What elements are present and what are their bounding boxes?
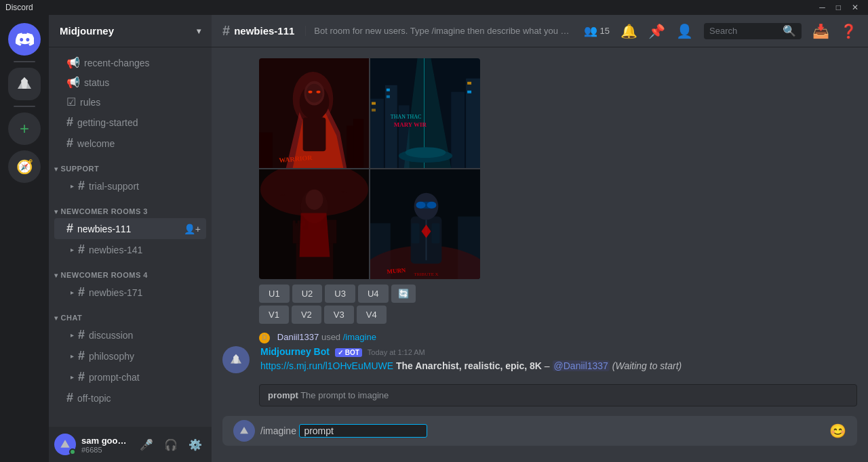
message-link[interactable]: https://s.mj.run/l1OHvEuMUWE [260, 360, 393, 371]
category-label-newcomer-3: NEWCOMER ROOMS 3 [61, 207, 148, 215]
explore-servers-button[interactable]: 🧭 [8, 150, 41, 183]
hash-icon-prompt-chat: # [78, 370, 85, 384]
search-box[interactable]: 🔍 [704, 23, 802, 39]
svg-text:THAN THAC: THAN THAC [391, 114, 422, 120]
server-header[interactable]: Midjourney ▾ [49, 15, 212, 47]
svg-rect-55 [431, 224, 439, 244]
title-bar-left: Discord [5, 3, 33, 12]
channel-name-status: status [84, 77, 109, 88]
svg-rect-25 [387, 96, 390, 98]
channel-item-discussion[interactable]: ▸ # discussion [54, 324, 206, 345]
channel-item-recent-changes[interactable]: 📢 recent-changes [54, 53, 206, 72]
channel-item-trial-support[interactable]: ▸ # trial-support [54, 175, 206, 196]
pin-icon[interactable]: 📌 [648, 23, 665, 39]
user-area: sam good... #6685 🎤 🎧 ⚙️ [49, 427, 212, 462]
message-input-wrapper[interactable]: /imagine 😊 [222, 416, 857, 446]
channel-list: 📢 recent-changes 📢 status ☑ rules # gett… [49, 47, 212, 427]
add-server-button[interactable]: + [8, 112, 41, 145]
collapse-chevron-prompt-chat: ▸ [71, 373, 74, 381]
announcement-icon-2: 📢 [66, 76, 80, 89]
bell-icon[interactable]: 🔔 [620, 23, 637, 39]
search-icon: 🔍 [783, 24, 796, 37]
used-username: Daniil1337 [277, 332, 319, 342]
help-icon[interactable]: ❓ [840, 23, 857, 39]
svg-rect-12 [353, 119, 363, 168]
category-support[interactable]: ▾ SUPPORT [49, 154, 212, 175]
channel-item-welcome[interactable]: # welcome [54, 133, 206, 154]
svg-rect-39 [298, 221, 300, 226]
minimize-button[interactable]: ─ [819, 3, 825, 12]
title-bar-title: Discord [5, 3, 33, 12]
prompt-input[interactable] [299, 424, 427, 438]
status-indicator [69, 448, 76, 455]
v2-button[interactable]: V2 [292, 306, 321, 324]
u2-button[interactable]: U2 [292, 285, 323, 303]
search-input[interactable] [709, 26, 777, 36]
svg-point-29 [406, 147, 446, 158]
svg-rect-10 [259, 132, 273, 168]
channel-item-newbies-141[interactable]: ▸ # newbies-141 [54, 239, 206, 260]
user-avatar [54, 434, 76, 455]
svg-point-52 [427, 202, 436, 209]
add-member-icon[interactable]: 👤+ [184, 224, 201, 234]
channel-item-rules[interactable]: ☑ rules [54, 92, 206, 112]
header-icons: 👥 15 🔔 📌 👤 🔍 📥 ❓ [584, 23, 857, 39]
title-bar-controls[interactable]: ─ □ ✕ [815, 3, 863, 12]
channel-item-off-topic[interactable]: # off-topic [54, 387, 206, 408]
inbox-icon[interactable]: 📥 [812, 23, 829, 39]
hash-icon-trial: # [78, 179, 85, 193]
input-area: /imagine 😊 [212, 416, 868, 462]
v1-button[interactable]: V1 [259, 306, 289, 324]
svg-rect-26 [467, 82, 471, 85]
v3-button[interactable]: V3 [324, 306, 354, 324]
channel-item-philosophy[interactable]: ▸ # philosophy [54, 345, 206, 366]
channel-item-newbies-171[interactable]: ▸ # newbies-171 [54, 282, 206, 303]
user-tag: #6685 [81, 446, 130, 454]
refresh-button[interactable]: 🔄 [391, 285, 416, 303]
bot-message: Midjourney Bot ✓ BOT Today at 1:12 AM ht… [222, 346, 857, 373]
channel-item-getting-started[interactable]: # getting-started [54, 112, 206, 133]
member-count-value: 15 [600, 26, 610, 36]
category-newcomer-3[interactable]: ▾ NEWCOMER ROOMS 3 [49, 196, 212, 218]
v4-button[interactable]: V4 [357, 306, 387, 324]
mute-button[interactable]: 🎤 [136, 434, 157, 455]
u3-button[interactable]: U3 [325, 285, 355, 303]
members-icon[interactable]: 👤 [676, 23, 693, 39]
collapse-chevron-171: ▸ [71, 289, 74, 296]
collapse-chevron-philosophy: ▸ [71, 352, 74, 360]
channel-item-newbies-111[interactable]: # newbies-111 👤+ [54, 218, 206, 239]
main-content: # newbies-111 Bot room for new users. Ty… [212, 15, 868, 462]
messages-area: WARRIOR [212, 47, 868, 416]
deafen-button[interactable]: 🎧 [160, 434, 182, 455]
used-line: D Daniil1337 used /imagine [259, 332, 857, 343]
category-chat[interactable]: ▾ CHAT [49, 303, 212, 324]
category-newcomer-4[interactable]: ▾ NEWCOMER ROOMS 4 [49, 260, 212, 282]
channel-name-off-topic: off-topic [77, 393, 111, 404]
channel-name-newbies-141: newbies-141 [89, 245, 142, 255]
maximize-button[interactable]: □ [836, 3, 841, 12]
server-icon-midjourney[interactable] [8, 68, 41, 100]
user-info: sam good... #6685 [81, 436, 130, 454]
command-input-area: /imagine [260, 424, 824, 438]
channel-item-status[interactable]: 📢 status [54, 72, 206, 92]
emoji-button[interactable]: 😊 [829, 423, 846, 439]
prompt-label: prompt [268, 390, 298, 400]
message-prompt-text: The Anarchist, realistic, epic, 8K – [396, 360, 553, 371]
used-command: /imagine [343, 332, 376, 342]
channel-name-prompt-chat: prompt-chat [89, 372, 140, 383]
image-actions-row2: V1 V2 V3 V4 [259, 306, 857, 324]
hash-icon-off-topic: # [66, 391, 73, 405]
bot-badge: ✓ BOT [335, 348, 362, 357]
channel-item-prompt-chat[interactable]: ▸ # prompt-chat [54, 366, 206, 387]
svg-text:TRIBUTE X: TRIBUTE X [414, 272, 439, 277]
used-action: used [321, 332, 343, 342]
hash-icon-philosophy: # [78, 349, 85, 363]
close-button[interactable]: ✕ [852, 3, 859, 12]
discord-home-icon[interactable] [8, 23, 41, 56]
channel-name-newbies-171: newbies-171 [89, 287, 142, 298]
category-label-support: SUPPORT [61, 165, 100, 173]
u4-button[interactable]: U4 [358, 285, 389, 303]
settings-button[interactable]: ⚙️ [184, 434, 206, 455]
art-cell-4: MURN TRIBUTE X [370, 169, 480, 279]
u1-button[interactable]: U1 [259, 285, 290, 303]
